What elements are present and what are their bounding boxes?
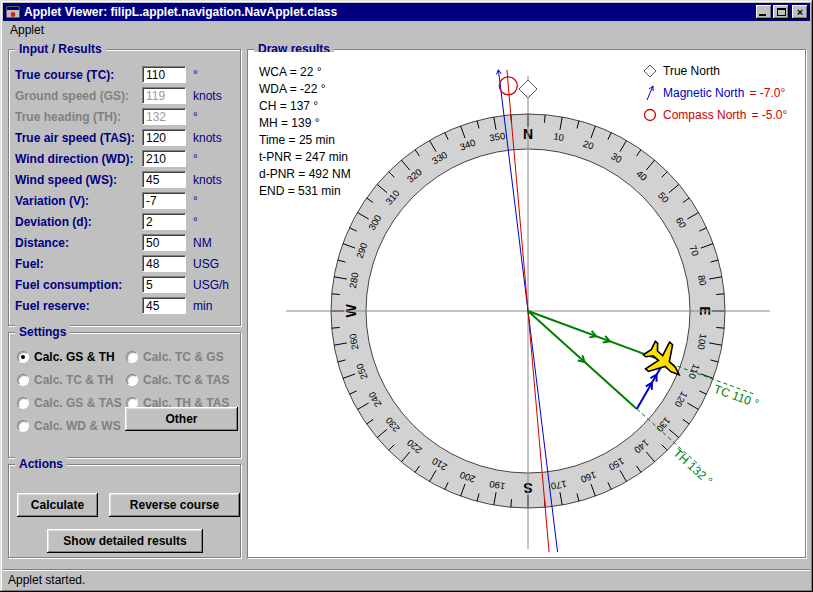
other-button[interactable]: Other <box>125 407 238 431</box>
field-label: True heading (TH): <box>15 110 142 124</box>
radio-icon <box>17 374 29 386</box>
field-label: Variation (V): <box>15 194 142 208</box>
field-unit: ° <box>193 215 198 229</box>
input-results-title: Input / Results <box>15 42 106 56</box>
input-fields: True course (TC):°Ground speed (GS):knot… <box>15 64 236 316</box>
legend-value: = -5.0° <box>751 108 787 122</box>
tc-line-label: TC 110 ° <box>712 382 761 411</box>
legend-item: Compass North = -5.0° <box>642 104 787 126</box>
radio-label: Calc. GS & TH <box>34 350 115 364</box>
calculate-button[interactable]: Calculate <box>17 493 98 517</box>
field-label: Fuel: <box>15 257 142 271</box>
legend-item: Magnetic North = -7.0° <box>642 82 787 104</box>
field-input[interactable] <box>142 171 186 188</box>
readout-line: CH = 137 ° <box>259 98 351 115</box>
field-label: Ground speed (GS): <box>15 89 142 103</box>
field-label: Deviation (d): <box>15 215 142 229</box>
field-input[interactable] <box>142 66 186 83</box>
field-unit: USG/h <box>193 278 229 292</box>
radio-label: Calc. WD & WS <box>34 419 121 433</box>
field-unit: ° <box>193 68 198 82</box>
calc-mode-radio[interactable]: Calc. GS & TH <box>17 345 126 368</box>
field-label: Wind direction (WD): <box>15 152 142 166</box>
close-button[interactable]: × <box>792 5 808 19</box>
legend-label: Compass North <box>663 108 746 122</box>
field-row: Deviation (d):° <box>15 211 236 232</box>
calc-mode-radio: Calc. WD & WS <box>17 414 126 437</box>
field-row: Fuel reserve:min <box>15 295 236 316</box>
svg-text:10: 10 <box>553 130 565 143</box>
readout-line: Time = 25 min <box>259 132 351 149</box>
field-input[interactable] <box>142 297 186 314</box>
th-line-label: TH 132 ° <box>670 446 715 488</box>
field-input[interactable] <box>142 213 186 230</box>
field-row: Wind direction (WD):° <box>15 148 236 169</box>
field-unit: NM <box>193 236 212 250</box>
radio-label: Calc. TC & GS <box>143 350 224 364</box>
field-input[interactable] <box>142 129 186 146</box>
field-label: Wind speed (WS): <box>15 173 142 187</box>
reverse-course-button[interactable]: Reverse course <box>109 493 240 517</box>
input-results-groupbox: Input / Results True course (TC):°Ground… <box>8 49 241 326</box>
field-unit: ° <box>193 110 198 124</box>
applet-icon <box>5 4 21 20</box>
field-input[interactable] <box>142 192 186 209</box>
radio-icon <box>17 351 29 363</box>
field-unit: min <box>193 299 212 313</box>
field-row: Wind speed (WS):knots <box>15 169 236 190</box>
field-row: Fuel:USG <box>15 253 236 274</box>
radio-icon <box>126 351 138 363</box>
field-unit: ° <box>193 194 198 208</box>
draw-canvas: 1020304050607080100110120130140150160170… <box>250 52 805 557</box>
field-label: True course (TC): <box>15 68 142 82</box>
calc-mode-radio: Calc. GS & TAS <box>17 391 126 414</box>
legend-label: True North <box>663 64 720 78</box>
status-text: Applet started. <box>8 573 85 587</box>
maximize-button[interactable] <box>773 5 789 19</box>
menu-applet[interactable]: Applet <box>3 22 51 38</box>
settings-groupbox: Settings Calc. GS & THCalc. TC & GSCalc.… <box>8 332 241 458</box>
menubar: Applet <box>3 21 810 39</box>
readout-line: WCA = 22 ° <box>259 64 351 81</box>
readout-line: t-PNR = 247 min <box>259 149 351 166</box>
field-label: True air speed (TAS): <box>15 131 142 145</box>
field-unit: knots <box>193 173 222 187</box>
minimize-button[interactable] <box>756 5 772 19</box>
compass-north-circle-icon <box>642 106 658 124</box>
radio-icon <box>126 374 138 386</box>
legend-value: = -7.0° <box>749 86 785 100</box>
field-unit: USG <box>193 257 219 271</box>
minimize-icon <box>759 14 766 16</box>
field-input[interactable] <box>142 276 186 293</box>
actions-groupbox: Actions Calculate Reverse course Show de… <box>8 464 241 558</box>
field-row: Fuel consumption:USG/h <box>15 274 236 295</box>
field-unit: knots <box>193 89 222 103</box>
titlebar[interactable]: Applet Viewer: filipL.applet.navigation.… <box>3 3 810 21</box>
calc-mode-radio: Calc. TC & TAS <box>126 368 235 391</box>
legend-item: True North <box>642 60 787 82</box>
calc-mode-radio: Calc. TC & GS <box>126 345 235 368</box>
field-row: True heading (TH):° <box>15 106 236 127</box>
field-input[interactable] <box>142 234 186 251</box>
radio-icon <box>17 397 29 409</box>
field-unit: knots <box>193 131 222 145</box>
legend-label: Magnetic North <box>663 86 744 100</box>
field-row: True course (TC):° <box>15 64 236 85</box>
field-label: Distance: <box>15 236 142 250</box>
radio-icon <box>17 420 29 432</box>
true-north-diamond-icon <box>642 62 658 80</box>
field-input[interactable] <box>142 255 186 272</box>
readout-line: MH = 139 ° <box>259 115 351 132</box>
field-label: Fuel reserve: <box>15 299 142 313</box>
north-legend: True NorthMagnetic North = -7.0°Compass … <box>642 60 787 126</box>
results-readout: WCA = 22 °WDA = -22 °CH = 137 °MH = 139 … <box>259 64 351 200</box>
field-unit: ° <box>193 152 198 166</box>
actions-title: Actions <box>15 457 67 471</box>
show-detailed-results-button[interactable]: Show detailed results <box>47 529 203 553</box>
magnetic-north-arrow-icon <box>642 84 658 102</box>
field-input[interactable] <box>142 150 186 167</box>
applet-viewer-window: Applet Viewer: filipL.applet.navigation.… <box>0 0 813 592</box>
field-row: Variation (V):° <box>15 190 236 211</box>
window-title: Applet Viewer: filipL.applet.navigation.… <box>24 5 756 19</box>
field-input <box>142 108 186 125</box>
